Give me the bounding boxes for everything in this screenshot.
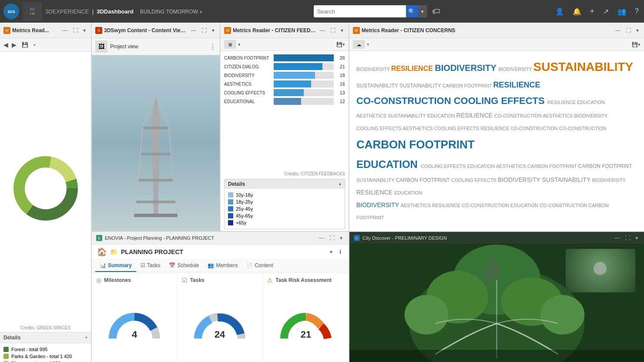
age-dot-18: [228, 199, 233, 204]
feedbacks-minimize[interactable]: —: [318, 27, 327, 34]
bar-fill-carbon: [274, 54, 334, 61]
feedbacks-maximize[interactable]: ⛶: [329, 27, 337, 34]
tab-members[interactable]: 👥 Members: [203, 260, 242, 272]
wc-resilience-sm3: RESILIENCE: [480, 126, 510, 131]
forward-button[interactable]: ▶: [12, 41, 17, 48]
filter-icon[interactable]: ⊞: [224, 40, 236, 49]
swym-dropdown[interactable]: ▾: [210, 27, 216, 34]
concerns-export[interactable]: 💾▾: [632, 42, 641, 47]
wc-biodiversity-sm4: BIODIVERSITY: [592, 178, 626, 183]
feedbacks-dropdown[interactable]: ▾: [339, 27, 345, 34]
wc-coconstruction-sm5: CO-CONSTRUCTION: [540, 203, 588, 208]
city-icon: C: [354, 235, 360, 241]
bar-fill-cooling: [274, 89, 304, 96]
dropdown-button[interactable]: ▾: [81, 27, 87, 34]
summary-content: ◎ Milestones 4 To Do: [92, 272, 349, 362]
svg-rect-7: [134, 214, 178, 217]
bar-track-cooling: [274, 89, 334, 96]
tab-tasks[interactable]: ☑ Tasks: [136, 260, 165, 272]
mini-map: [566, 249, 635, 292]
tag-button[interactable]: 🏷: [430, 5, 442, 18]
save-button[interactable]: 💾: [20, 41, 30, 49]
green-spaces-title: Metrics Read...: [12, 27, 59, 34]
word-cloud: BIODIVERSITY RESILIENCE BIODIVERSITY BIO…: [349, 51, 644, 231]
bar-fill-aesthetics: [274, 80, 311, 87]
tab-schedule[interactable]: 📅 Schedule: [164, 260, 203, 272]
wc-biodiversity-sm: BIODIVERSITY: [356, 67, 391, 72]
city-dropdown[interactable]: ▾: [634, 234, 640, 242]
app-title: 3DEXPERIENCE | 3DDashboard BUILDING TOMO…: [45, 8, 202, 15]
svg-rect-9: [143, 127, 169, 129]
tab-content[interactable]: 📄 Content: [242, 260, 277, 272]
swym-header: S 3DSwym Content - Content Viewer — ⛶ ▾: [92, 23, 220, 38]
bar-track-dialog: [274, 63, 334, 70]
feedbacks-export[interactable]: 💾▾: [336, 42, 345, 47]
city-panel: C City Discover - PRELIMINARY DESIGN — ⛶…: [349, 232, 644, 362]
share-button[interactable]: ↗: [601, 6, 610, 17]
bar-label-biodiversity: BIODIVERSITY: [224, 73, 272, 78]
tasks-gauge: 24: [182, 285, 258, 362]
feedbacks-icon: M: [224, 27, 231, 34]
search-bar[interactable]: 🔍 ▾: [314, 5, 427, 17]
wc-education-sm5: EDUCATION: [510, 203, 540, 208]
milestones-gauge: 4: [96, 285, 173, 362]
search-button[interactable]: 🔍: [406, 5, 418, 17]
wc-aesthetics-sm3: AESTHETICS: [402, 126, 434, 131]
notification-button[interactable]: 🔔: [571, 6, 583, 17]
swym-menu[interactable]: ⋮: [209, 43, 216, 51]
details-dropdown-chevron: ▾: [339, 182, 341, 187]
add-button[interactable]: +: [588, 5, 597, 18]
svg-rect-11: [138, 179, 173, 181]
risk-svg: 21: [275, 304, 336, 347]
swym-minimize[interactable]: —: [189, 27, 198, 34]
mini-map-bg: [566, 249, 635, 292]
planning-collapse[interactable]: ▾: [328, 248, 334, 256]
svg-line-22: [175, 201, 178, 214]
svg-text:4: 4: [132, 329, 138, 340]
wc-coconstruction-xl: CO-CONSTRUCTION: [356, 95, 454, 106]
minimize-button[interactable]: —: [60, 27, 69, 34]
planning-dropdown[interactable]: ▾: [338, 234, 344, 242]
search-dropdown[interactable]: ▾: [418, 5, 427, 17]
maximize-button[interactable]: ⛶: [71, 27, 80, 34]
wc-sustainability-sm3: SUSTAINABILITY: [388, 113, 427, 118]
feedbacks-header: M Metrics Reader - CITIZEN FEEDBACKS — ⛶…: [221, 23, 349, 38]
feedbacks-more[interactable]: ▾: [238, 42, 241, 47]
planning-minimize[interactable]: —: [317, 234, 326, 242]
concerns-maximize[interactable]: ⛶: [624, 27, 633, 34]
swym-image-icon: 🖼: [95, 40, 107, 53]
concerns-title: Metrics Reader - CITIZEN CONCERNS: [362, 27, 612, 34]
details-bar[interactable]: Details ▾: [0, 332, 91, 343]
tab-summary[interactable]: 📊 Summary: [95, 260, 136, 272]
wc-biodiversity-blue: BIODIVERSITY: [356, 201, 401, 208]
swym-toolbar: 🖼 Project view ⋮: [92, 38, 220, 55]
swym-maximize[interactable]: ⛶: [200, 27, 208, 34]
community-button[interactable]: 👥: [616, 6, 628, 17]
bar-row-aesthetics: AESTHETICS 16: [224, 80, 345, 87]
city-minimize[interactable]: —: [613, 234, 621, 242]
risk-icon: ⚠: [267, 277, 273, 284]
concerns-dropdown[interactable]: ▾: [634, 27, 641, 34]
concerns-minimize[interactable]: —: [614, 27, 622, 34]
city-maximize[interactable]: ⛶: [623, 234, 632, 242]
wc-education-xl: EDUCATION: [356, 158, 421, 170]
wc-resilience-sm4: RESILIENCE: [432, 203, 462, 208]
svg-text:3DS: 3DS: [7, 10, 15, 14]
help-button[interactable]: ?: [633, 6, 641, 17]
svg-line-16: [169, 127, 171, 153]
search-input[interactable]: [314, 8, 406, 15]
topbar-actions: 👤 🔔 + ↗ 👥 ?: [553, 5, 641, 18]
wc-resilience-sm2: RESILIENCE: [547, 100, 577, 105]
legend-item-forest: Forest - total 995: [3, 346, 87, 353]
milestones-title: Milestones: [104, 277, 131, 283]
details-dropdown-content: 10y-18y 18y-25y 25y-45y 45y-65y +65y: [225, 189, 345, 229]
details-dropdown-header[interactable]: Details ▾: [225, 179, 345, 189]
back-button[interactable]: ◀: [3, 41, 8, 48]
user-button[interactable]: 👤: [553, 6, 566, 17]
app-icon[interactable]: 3D Y.R: [23, 2, 42, 21]
planning-resize[interactable]: ⛶: [328, 234, 336, 242]
green-spaces-toolbar: ◀ ▶ 💾 ▾: [0, 38, 91, 52]
svg-text:21: 21: [300, 329, 311, 340]
planning-info[interactable]: ℹ: [338, 248, 343, 256]
svg-line-17: [138, 153, 141, 179]
